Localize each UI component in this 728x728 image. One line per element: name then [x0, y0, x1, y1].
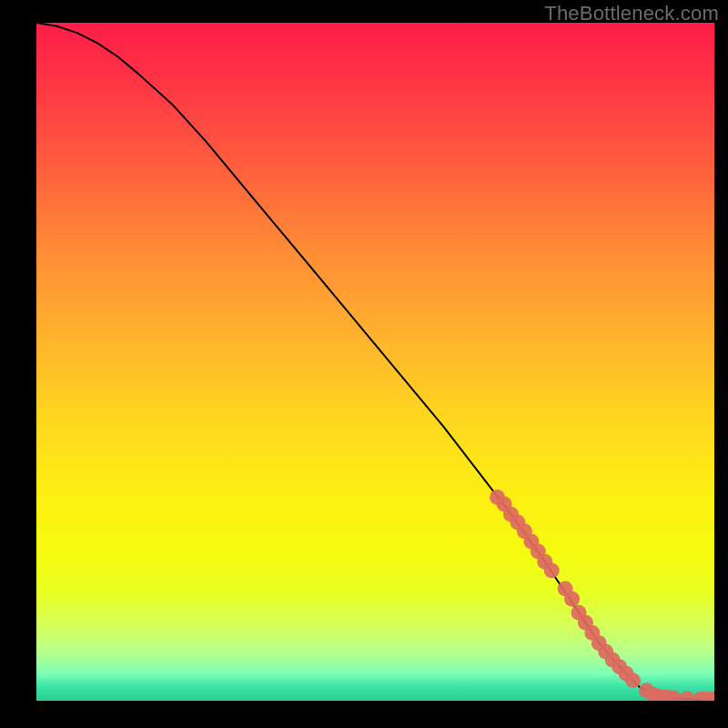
svg-point-8 — [544, 562, 560, 578]
plot-area — [36, 23, 714, 701]
curve-line — [36, 23, 714, 700]
highlight-points — [490, 490, 714, 701]
chart-svg — [36, 23, 714, 701]
svg-point-10 — [564, 592, 580, 607]
chart-frame: TheBottleneck.com — [0, 0, 728, 728]
svg-point-25 — [680, 691, 695, 701]
svg-point-19 — [625, 672, 641, 688]
